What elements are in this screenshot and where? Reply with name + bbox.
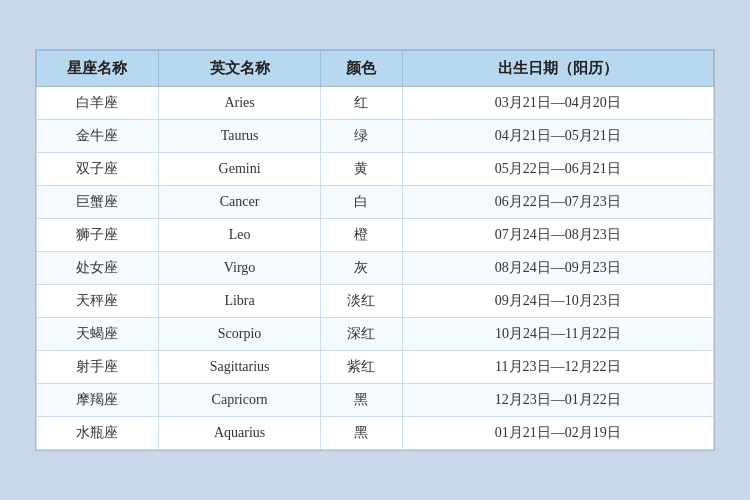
cell-chinese: 天秤座 (37, 285, 159, 318)
table-row: 天秤座Libra淡红09月24日—10月23日 (37, 285, 714, 318)
cell-english: Capricorn (158, 384, 320, 417)
cell-chinese: 双子座 (37, 153, 159, 186)
cell-color: 深红 (321, 318, 402, 351)
cell-chinese: 处女座 (37, 252, 159, 285)
cell-color: 灰 (321, 252, 402, 285)
cell-date: 07月24日—08月23日 (402, 219, 713, 252)
cell-english: Virgo (158, 252, 320, 285)
header-chinese: 星座名称 (37, 51, 159, 87)
cell-color: 淡红 (321, 285, 402, 318)
cell-date: 11月23日—12月22日 (402, 351, 713, 384)
cell-date: 12月23日—01月22日 (402, 384, 713, 417)
table-row: 天蝎座Scorpio深红10月24日—11月22日 (37, 318, 714, 351)
cell-date: 10月24日—11月22日 (402, 318, 713, 351)
cell-color: 黑 (321, 417, 402, 450)
cell-english: Leo (158, 219, 320, 252)
zodiac-table: 星座名称 英文名称 颜色 出生日期（阳历） 白羊座Aries红03月21日—04… (36, 50, 714, 450)
table-row: 摩羯座Capricorn黑12月23日—01月22日 (37, 384, 714, 417)
cell-english: Cancer (158, 186, 320, 219)
table-row: 处女座Virgo灰08月24日—09月23日 (37, 252, 714, 285)
cell-date: 03月21日—04月20日 (402, 87, 713, 120)
cell-color: 绿 (321, 120, 402, 153)
header-english: 英文名称 (158, 51, 320, 87)
cell-chinese: 水瓶座 (37, 417, 159, 450)
cell-color: 白 (321, 186, 402, 219)
table-body: 白羊座Aries红03月21日—04月20日金牛座Taurus绿04月21日—0… (37, 87, 714, 450)
cell-color: 紫红 (321, 351, 402, 384)
zodiac-table-container: 星座名称 英文名称 颜色 出生日期（阳历） 白羊座Aries红03月21日—04… (35, 49, 715, 451)
cell-color: 橙 (321, 219, 402, 252)
cell-english: Taurus (158, 120, 320, 153)
cell-color: 黄 (321, 153, 402, 186)
cell-english: Aries (158, 87, 320, 120)
header-color: 颜色 (321, 51, 402, 87)
cell-english: Aquarius (158, 417, 320, 450)
cell-english: Scorpio (158, 318, 320, 351)
cell-chinese: 摩羯座 (37, 384, 159, 417)
cell-date: 01月21日—02月19日 (402, 417, 713, 450)
cell-color: 红 (321, 87, 402, 120)
cell-english: Gemini (158, 153, 320, 186)
cell-date: 06月22日—07月23日 (402, 186, 713, 219)
table-row: 白羊座Aries红03月21日—04月20日 (37, 87, 714, 120)
cell-chinese: 狮子座 (37, 219, 159, 252)
cell-chinese: 白羊座 (37, 87, 159, 120)
table-row: 金牛座Taurus绿04月21日—05月21日 (37, 120, 714, 153)
cell-color: 黑 (321, 384, 402, 417)
cell-english: Sagittarius (158, 351, 320, 384)
table-row: 水瓶座Aquarius黑01月21日—02月19日 (37, 417, 714, 450)
cell-date: 05月22日—06月21日 (402, 153, 713, 186)
table-row: 射手座Sagittarius紫红11月23日—12月22日 (37, 351, 714, 384)
cell-english: Libra (158, 285, 320, 318)
table-header-row: 星座名称 英文名称 颜色 出生日期（阳历） (37, 51, 714, 87)
cell-chinese: 射手座 (37, 351, 159, 384)
table-row: 狮子座Leo橙07月24日—08月23日 (37, 219, 714, 252)
table-row: 双子座Gemini黄05月22日—06月21日 (37, 153, 714, 186)
cell-date: 04月21日—05月21日 (402, 120, 713, 153)
table-row: 巨蟹座Cancer白06月22日—07月23日 (37, 186, 714, 219)
cell-date: 08月24日—09月23日 (402, 252, 713, 285)
cell-chinese: 巨蟹座 (37, 186, 159, 219)
cell-chinese: 金牛座 (37, 120, 159, 153)
cell-chinese: 天蝎座 (37, 318, 159, 351)
header-date: 出生日期（阳历） (402, 51, 713, 87)
cell-date: 09月24日—10月23日 (402, 285, 713, 318)
